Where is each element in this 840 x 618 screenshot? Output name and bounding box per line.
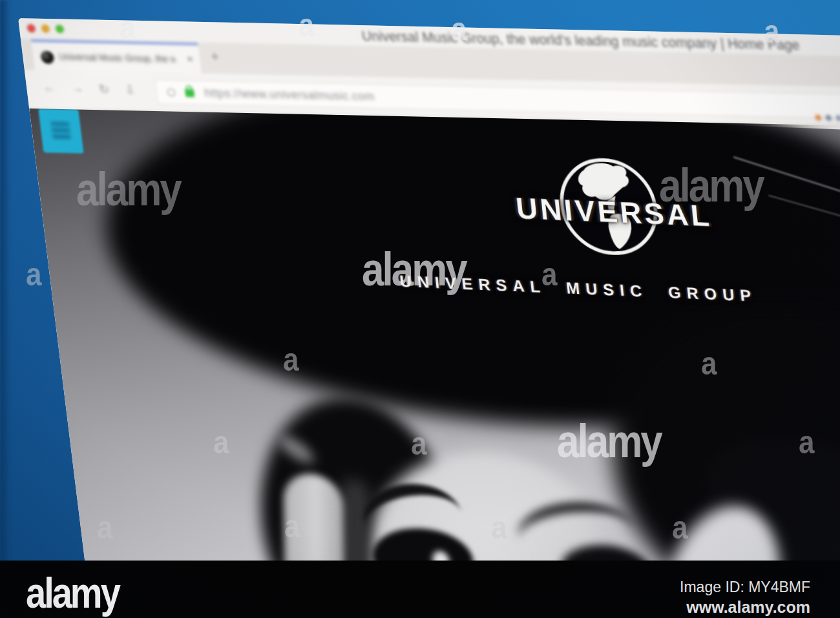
umg-homepage: UNIVERSAL UNIVERSAL MUSIC GROUP: [29, 108, 840, 581]
minimize-window-button[interactable]: [41, 25, 50, 33]
tab-favicon-icon: [40, 51, 54, 64]
extension-icons[interactable]: [815, 115, 840, 121]
menu-button[interactable]: [38, 108, 83, 153]
new-tab-button[interactable]: +: [210, 49, 220, 65]
watermark-glyph: a: [26, 256, 41, 293]
hamburger-icon: [51, 122, 71, 139]
zoom-window-button[interactable]: [55, 25, 65, 33]
alamy-meta: Image ID: MY4BMF www.alamy.com: [680, 577, 810, 617]
close-window-button[interactable]: [26, 24, 36, 32]
url-text: https://www.universalmusic.com: [204, 87, 375, 104]
alamy-logo: alamy: [26, 568, 119, 618]
monitor-bezel-edge: [0, 0, 10, 618]
https-lock-icon: [185, 89, 194, 97]
downloads-icon[interactable]: ⇩: [124, 82, 136, 97]
browser-window: Universal Music Group, the world's leadi…: [18, 18, 840, 581]
image-id: Image ID: MY4BMF: [680, 577, 810, 597]
photo-canvas: Universal Music Group, the world's leadi…: [0, 0, 840, 618]
tab-title: Universal Music Group, the wor: [58, 52, 176, 65]
nav-button-group: ← → ↻ ⇩: [43, 81, 136, 98]
refresh-icon[interactable]: ↻: [98, 81, 110, 96]
tab-close-icon[interactable]: ×: [186, 53, 194, 66]
hero-photo: UNIVERSAL UNIVERSAL MUSIC GROUP: [29, 108, 840, 581]
alamy-footer-bar: alamy Image ID: MY4BMF www.alamy.com: [0, 561, 840, 618]
alamy-url: www.alamy.com: [680, 597, 810, 617]
back-icon[interactable]: ←: [43, 81, 57, 96]
tab-universal-music[interactable]: Universal Music Group, the wor ×: [31, 39, 202, 73]
site-info-icon[interactable]: [167, 88, 176, 97]
forward-icon[interactable]: →: [70, 81, 85, 96]
